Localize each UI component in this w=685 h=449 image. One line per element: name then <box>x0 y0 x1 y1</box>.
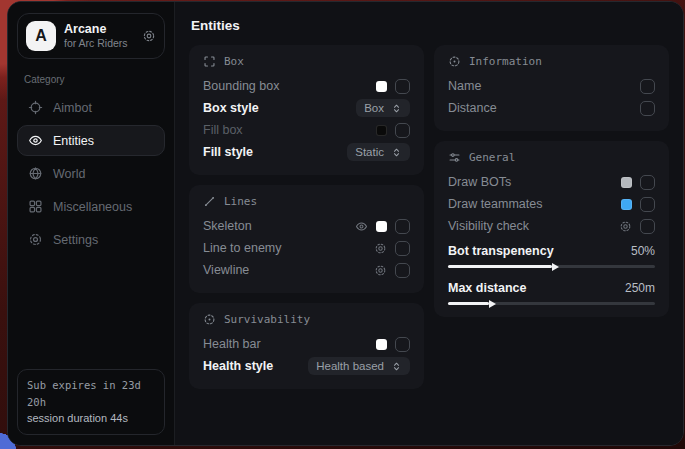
sidebar-item-world[interactable]: World <box>17 158 165 189</box>
max-distance-slider-block: Max distance 250m <box>448 281 655 305</box>
max-distance-slider[interactable] <box>448 302 655 305</box>
row-label: Line to enemy <box>203 241 282 255</box>
sliders-icon <box>448 151 461 164</box>
panel-title: Lines <box>224 195 257 208</box>
health-bar-checkbox[interactable] <box>395 337 410 352</box>
sidebar-item-settings[interactable]: Settings <box>17 224 165 255</box>
box-style-dropdown[interactable]: Box <box>356 99 410 117</box>
category-label: Category <box>24 74 158 85</box>
panel-title: Survivability <box>224 313 310 326</box>
main-content: Entities Box Bounding box <box>175 2 683 445</box>
survivability-icon <box>203 313 216 326</box>
row-label: Fill box <box>203 123 243 137</box>
options-gear-icon[interactable] <box>374 264 387 277</box>
draw-bots-color-swatch[interactable] <box>621 177 632 188</box>
sidebar-item-label: Aimbot <box>53 101 92 115</box>
sub-expires-text: Sub expires in 23d 20h <box>27 377 155 410</box>
grid-icon <box>28 199 43 214</box>
updown-arrows-icon <box>391 103 402 114</box>
app-window: A Arcane for Arc Riders Category Aimbot … <box>7 1 684 446</box>
viewline-row: Viewline <box>203 259 410 281</box>
slider-value: 50% <box>631 244 655 258</box>
app-subtitle: for Arc Riders <box>64 37 128 50</box>
draw-teammates-row: Draw teammates <box>448 193 655 215</box>
globe-icon <box>28 166 43 181</box>
survivability-panel: Survivability Health bar Health style <box>189 303 424 389</box>
skeleton-color-swatch[interactable] <box>376 221 387 232</box>
lines-panel: Lines Skeleton Line to enemy <box>189 185 424 293</box>
logo-card: A Arcane for Arc Riders <box>17 13 165 59</box>
information-panel: Information Name Distance <box>434 45 669 131</box>
bounding-box-row: Bounding box <box>203 75 410 97</box>
sidebar: A Arcane for Arc Riders Category Aimbot … <box>8 2 175 445</box>
box-corners-icon <box>203 55 216 68</box>
line-icon <box>203 195 216 208</box>
visibility-check-checkbox[interactable] <box>640 219 655 234</box>
row-label: Visibility check <box>448 219 529 233</box>
distance-checkbox[interactable] <box>640 101 655 116</box>
options-gear-icon[interactable] <box>374 242 387 255</box>
box-panel: Box Bounding box Box style Box <box>189 45 424 175</box>
bot-transparency-slider[interactable] <box>448 265 655 268</box>
session-duration-text: session duration 44s <box>27 410 155 427</box>
sidebar-item-label: World <box>53 167 85 181</box>
health-style-dropdown[interactable]: Health based <box>308 357 410 375</box>
distance-row: Distance <box>448 97 655 119</box>
settings-gear-icon[interactable] <box>142 29 156 43</box>
row-label: Name <box>448 79 481 93</box>
row-label: Skeleton <box>203 219 252 233</box>
general-panel: General Draw BOTs Draw teammates <box>434 141 669 317</box>
sidebar-item-entities[interactable]: Entities <box>17 125 165 156</box>
line-to-enemy-row: Line to enemy <box>203 237 410 259</box>
viewline-checkbox[interactable] <box>395 263 410 278</box>
row-label: Viewline <box>203 263 249 277</box>
updown-arrows-icon <box>391 361 402 372</box>
draw-bots-row: Draw BOTs <box>448 171 655 193</box>
app-title: Arcane <box>64 22 128 38</box>
row-label: Distance <box>448 101 497 115</box>
slider-label: Max distance <box>448 281 527 295</box>
visibility-eye-icon[interactable] <box>355 220 368 233</box>
draw-bots-checkbox[interactable] <box>640 175 655 190</box>
health-style-row: Health style Health based <box>203 355 410 377</box>
sidebar-item-aimbot[interactable]: Aimbot <box>17 92 165 123</box>
slider-thumb[interactable] <box>489 300 496 308</box>
health-bar-color-swatch[interactable] <box>376 339 387 350</box>
sidebar-item-miscellaneous[interactable]: Miscellaneous <box>17 191 165 222</box>
fill-style-row: Fill style Static <box>203 141 410 163</box>
sidebar-item-label: Entities <box>53 134 94 148</box>
right-column: Information Name Distance General <box>434 45 669 317</box>
eye-icon <box>28 133 43 148</box>
name-checkbox[interactable] <box>640 79 655 94</box>
skeleton-row: Skeleton <box>203 215 410 237</box>
slider-thumb[interactable] <box>552 263 559 271</box>
app-logo: A <box>26 21 56 51</box>
row-label: Bounding box <box>203 79 279 93</box>
bot-transparency-slider-block: Bot transpenency 50% <box>448 244 655 268</box>
fill-style-dropdown[interactable]: Static <box>347 143 410 161</box>
fill-box-row: Fill box <box>203 119 410 141</box>
slider-label: Bot transpenency <box>448 244 554 258</box>
line-to-enemy-checkbox[interactable] <box>395 241 410 256</box>
skeleton-checkbox[interactable] <box>395 219 410 234</box>
fill-box-checkbox[interactable] <box>395 123 410 138</box>
row-label: Draw teammates <box>448 197 542 211</box>
sidebar-nav: Aimbot Entities World Miscellaneous Sett… <box>17 92 165 255</box>
options-gear-icon[interactable] <box>619 220 632 233</box>
information-icon <box>448 55 461 68</box>
subscription-card: Sub expires in 23d 20h session duration … <box>17 369 165 435</box>
updown-arrows-icon <box>391 147 402 158</box>
fill-box-color-swatch[interactable] <box>376 125 387 136</box>
row-label: Box style <box>203 101 259 115</box>
bounding-box-checkbox[interactable] <box>395 79 410 94</box>
health-bar-row: Health bar <box>203 333 410 355</box>
row-label: Fill style <box>203 145 253 159</box>
sidebar-item-label: Miscellaneous <box>53 200 132 214</box>
draw-teammates-color-swatch[interactable] <box>621 199 632 210</box>
box-style-row: Box style Box <box>203 97 410 119</box>
panel-title: Information <box>469 55 542 68</box>
bounding-box-color-swatch[interactable] <box>376 81 387 92</box>
gear-icon <box>28 232 43 247</box>
draw-teammates-checkbox[interactable] <box>640 197 655 212</box>
crosshair-icon <box>28 100 43 115</box>
